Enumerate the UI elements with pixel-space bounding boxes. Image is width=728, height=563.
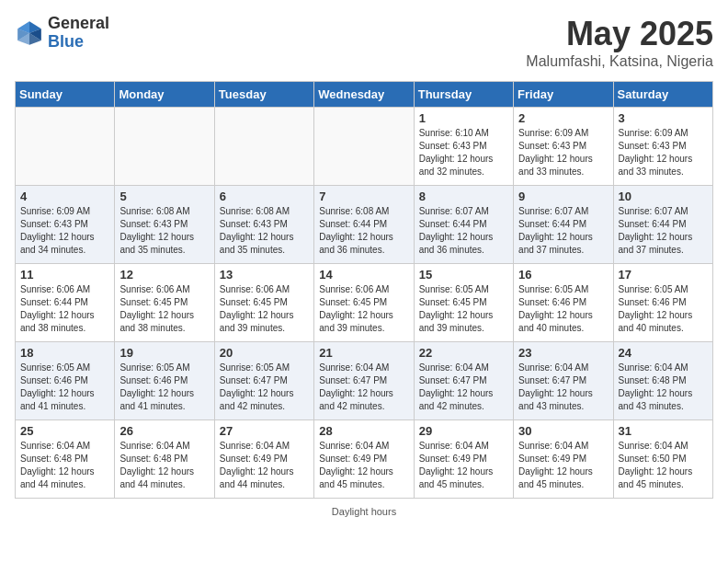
day-info: Sunrise: 6:04 AM Sunset: 6:49 PM Dayligh… bbox=[220, 440, 309, 491]
calendar-cell: 19Sunrise: 6:05 AM Sunset: 6:46 PM Dayli… bbox=[115, 342, 214, 420]
location-title: Malumfashi, Katsina, Nigeria bbox=[526, 53, 713, 70]
calendar-cell: 27Sunrise: 6:04 AM Sunset: 6:49 PM Dayli… bbox=[214, 420, 313, 499]
day-number: 2 bbox=[518, 111, 608, 125]
week-row-1: 1Sunrise: 6:10 AM Sunset: 6:43 PM Daylig… bbox=[16, 108, 713, 186]
day-number: 1 bbox=[419, 111, 508, 125]
day-info: Sunrise: 6:09 AM Sunset: 6:43 PM Dayligh… bbox=[518, 127, 608, 178]
day-info: Sunrise: 6:06 AM Sunset: 6:44 PM Dayligh… bbox=[20, 283, 109, 335]
calendar-cell bbox=[214, 108, 313, 186]
calendar-cell: 21Sunrise: 6:04 AM Sunset: 6:47 PM Dayli… bbox=[314, 342, 414, 420]
calendar-cell: 7Sunrise: 6:08 AM Sunset: 6:44 PM Daylig… bbox=[314, 186, 414, 264]
calendar-cell: 9Sunrise: 6:07 AM Sunset: 6:44 PM Daylig… bbox=[514, 186, 613, 264]
day-number: 26 bbox=[119, 424, 209, 438]
logo-general: General bbox=[48, 15, 109, 33]
day-number: 22 bbox=[419, 346, 508, 360]
day-number: 28 bbox=[319, 424, 408, 438]
day-info: Sunrise: 6:04 AM Sunset: 6:48 PM Dayligh… bbox=[20, 440, 109, 491]
day-number: 13 bbox=[220, 268, 309, 282]
day-number: 25 bbox=[20, 424, 109, 438]
calendar-cell: 1Sunrise: 6:10 AM Sunset: 6:43 PM Daylig… bbox=[414, 108, 513, 186]
day-number: 11 bbox=[20, 268, 109, 282]
calendar-cell: 12Sunrise: 6:06 AM Sunset: 6:45 PM Dayli… bbox=[115, 264, 214, 342]
title-block: May 2025 Malumfashi, Katsina, Nigeria bbox=[526, 15, 713, 70]
footer-note: Daylight hours bbox=[15, 506, 713, 517]
day-info: Sunrise: 6:05 AM Sunset: 6:46 PM Dayligh… bbox=[119, 362, 209, 413]
calendar-cell: 23Sunrise: 6:04 AM Sunset: 6:47 PM Dayli… bbox=[514, 342, 613, 420]
day-number: 30 bbox=[518, 424, 608, 438]
day-header-saturday: Saturday bbox=[613, 82, 712, 108]
day-header-sunday: Sunday bbox=[16, 82, 115, 108]
calendar-cell: 15Sunrise: 6:05 AM Sunset: 6:45 PM Dayli… bbox=[414, 264, 513, 342]
day-info: Sunrise: 6:06 AM Sunset: 6:45 PM Dayligh… bbox=[220, 283, 309, 335]
day-info: Sunrise: 6:08 AM Sunset: 6:43 PM Dayligh… bbox=[220, 205, 309, 257]
calendar-cell: 13Sunrise: 6:06 AM Sunset: 6:45 PM Dayli… bbox=[214, 264, 313, 342]
day-header-thursday: Thursday bbox=[414, 82, 513, 108]
week-row-2: 4Sunrise: 6:09 AM Sunset: 6:43 PM Daylig… bbox=[16, 186, 713, 264]
calendar-cell: 17Sunrise: 6:05 AM Sunset: 6:46 PM Dayli… bbox=[613, 264, 712, 342]
calendar-cell: 26Sunrise: 6:04 AM Sunset: 6:48 PM Dayli… bbox=[115, 420, 214, 499]
day-info: Sunrise: 6:04 AM Sunset: 6:49 PM Dayligh… bbox=[319, 440, 408, 491]
day-number: 24 bbox=[619, 346, 708, 360]
calendar-cell: 28Sunrise: 6:04 AM Sunset: 6:49 PM Dayli… bbox=[314, 420, 414, 499]
day-info: Sunrise: 6:04 AM Sunset: 6:47 PM Dayligh… bbox=[419, 362, 508, 413]
day-header-monday: Monday bbox=[115, 82, 214, 108]
day-info: Sunrise: 6:04 AM Sunset: 6:47 PM Dayligh… bbox=[319, 362, 408, 413]
day-number: 12 bbox=[119, 268, 209, 282]
day-number: 9 bbox=[518, 190, 608, 203]
calendar-cell: 30Sunrise: 6:04 AM Sunset: 6:49 PM Dayli… bbox=[514, 420, 613, 499]
month-title: May 2025 bbox=[526, 15, 713, 53]
calendar-cell: 16Sunrise: 6:05 AM Sunset: 6:46 PM Dayli… bbox=[514, 264, 613, 342]
week-row-3: 11Sunrise: 6:06 AM Sunset: 6:44 PM Dayli… bbox=[16, 264, 713, 342]
day-number: 17 bbox=[619, 268, 708, 282]
day-number: 23 bbox=[518, 346, 608, 360]
calendar-cell: 20Sunrise: 6:05 AM Sunset: 6:47 PM Dayli… bbox=[214, 342, 313, 420]
day-info: Sunrise: 6:06 AM Sunset: 6:45 PM Dayligh… bbox=[119, 283, 209, 335]
day-info: Sunrise: 6:04 AM Sunset: 6:48 PM Dayligh… bbox=[619, 362, 708, 413]
day-info: Sunrise: 6:04 AM Sunset: 6:49 PM Dayligh… bbox=[518, 440, 608, 491]
day-header-friday: Friday bbox=[514, 82, 613, 108]
day-number: 7 bbox=[319, 190, 408, 203]
calendar-cell: 14Sunrise: 6:06 AM Sunset: 6:45 PM Dayli… bbox=[314, 264, 414, 342]
day-info: Sunrise: 6:07 AM Sunset: 6:44 PM Dayligh… bbox=[419, 205, 508, 257]
day-number: 6 bbox=[220, 190, 309, 203]
header-row: SundayMondayTuesdayWednesdayThursdayFrid… bbox=[16, 82, 713, 108]
calendar-cell: 4Sunrise: 6:09 AM Sunset: 6:43 PM Daylig… bbox=[16, 186, 115, 264]
day-number: 21 bbox=[319, 346, 408, 360]
week-row-5: 25Sunrise: 6:04 AM Sunset: 6:48 PM Dayli… bbox=[16, 420, 713, 499]
day-number: 29 bbox=[419, 424, 508, 438]
day-number: 5 bbox=[119, 190, 209, 203]
day-info: Sunrise: 6:04 AM Sunset: 6:50 PM Dayligh… bbox=[619, 440, 708, 491]
calendar-cell: 3Sunrise: 6:09 AM Sunset: 6:43 PM Daylig… bbox=[613, 108, 712, 186]
day-info: Sunrise: 6:06 AM Sunset: 6:45 PM Dayligh… bbox=[319, 283, 408, 335]
calendar-cell: 24Sunrise: 6:04 AM Sunset: 6:48 PM Dayli… bbox=[613, 342, 712, 420]
day-info: Sunrise: 6:09 AM Sunset: 6:43 PM Dayligh… bbox=[20, 205, 109, 257]
calendar-cell: 6Sunrise: 6:08 AM Sunset: 6:43 PM Daylig… bbox=[214, 186, 313, 264]
day-info: Sunrise: 6:05 AM Sunset: 6:46 PM Dayligh… bbox=[20, 362, 109, 413]
day-number: 8 bbox=[419, 190, 508, 203]
day-number: 31 bbox=[619, 424, 708, 438]
day-number: 3 bbox=[619, 111, 708, 125]
day-info: Sunrise: 6:07 AM Sunset: 6:44 PM Dayligh… bbox=[518, 205, 608, 257]
logo-icon bbox=[15, 18, 44, 48]
day-info: Sunrise: 6:05 AM Sunset: 6:47 PM Dayligh… bbox=[220, 362, 309, 413]
calendar-cell: 10Sunrise: 6:07 AM Sunset: 6:44 PM Dayli… bbox=[613, 186, 712, 264]
day-header-tuesday: Tuesday bbox=[214, 82, 313, 108]
day-info: Sunrise: 6:09 AM Sunset: 6:43 PM Dayligh… bbox=[619, 127, 708, 178]
calendar-cell: 8Sunrise: 6:07 AM Sunset: 6:44 PM Daylig… bbox=[414, 186, 513, 264]
day-info: Sunrise: 6:05 AM Sunset: 6:45 PM Dayligh… bbox=[419, 283, 508, 335]
day-info: Sunrise: 6:08 AM Sunset: 6:43 PM Dayligh… bbox=[119, 205, 209, 257]
day-info: Sunrise: 6:10 AM Sunset: 6:43 PM Dayligh… bbox=[419, 127, 508, 178]
day-number: 14 bbox=[319, 268, 408, 282]
day-info: Sunrise: 6:04 AM Sunset: 6:48 PM Dayligh… bbox=[119, 440, 209, 491]
calendar-cell: 5Sunrise: 6:08 AM Sunset: 6:43 PM Daylig… bbox=[115, 186, 214, 264]
calendar-cell: 11Sunrise: 6:06 AM Sunset: 6:44 PM Dayli… bbox=[16, 264, 115, 342]
day-info: Sunrise: 6:07 AM Sunset: 6:44 PM Dayligh… bbox=[619, 205, 708, 257]
day-number: 18 bbox=[20, 346, 109, 360]
calendar-cell bbox=[16, 108, 115, 186]
calendar-cell: 31Sunrise: 6:04 AM Sunset: 6:50 PM Dayli… bbox=[613, 420, 712, 499]
calendar-table: SundayMondayTuesdayWednesdayThursdayFrid… bbox=[15, 81, 713, 499]
day-info: Sunrise: 6:04 AM Sunset: 6:47 PM Dayligh… bbox=[518, 362, 608, 413]
logo-blue: Blue bbox=[48, 33, 109, 52]
calendar-cell: 25Sunrise: 6:04 AM Sunset: 6:48 PM Dayli… bbox=[16, 420, 115, 499]
day-number: 20 bbox=[220, 346, 309, 360]
